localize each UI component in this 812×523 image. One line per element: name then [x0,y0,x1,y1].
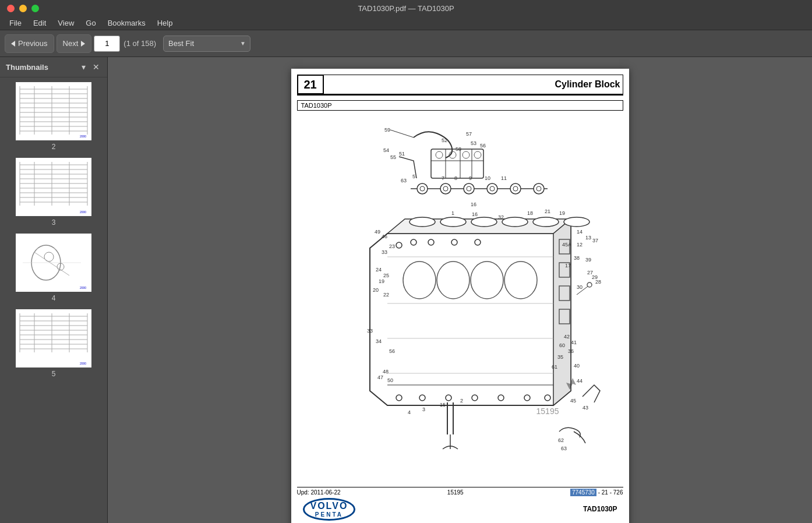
pdf-bottom-row: VOLVO PENTA TAD1030P [291,496,629,523]
svg-text:57: 57 [466,131,472,137]
svg-text:8: 8 [454,175,457,181]
svg-text:19: 19 [559,210,565,216]
svg-text:38: 38 [574,255,580,261]
maximize-button[interactable] [31,5,39,12]
svg-text:56: 56 [389,348,395,354]
page-info: (1 of 158) [123,39,156,48]
thumbnail-label: 2 [52,143,56,151]
svg-text:16: 16 [472,211,478,217]
svg-text:42: 42 [564,334,570,340]
svg-text:45: 45 [570,398,576,404]
minimize-button[interactable] [19,5,27,12]
svg-point-100 [440,217,466,227]
thumbnail-label: 5 [52,370,56,378]
svg-text:48: 48 [383,369,389,374]
svg-text:33: 33 [382,249,387,255]
cylinder-block-diagram: 59 57 58 52 53 56 [297,117,623,484]
svg-text:15195: 15195 [536,407,559,416]
thumbnail-item[interactable]: 2000 2 [2,82,105,151]
menu-go[interactable]: Go [81,17,100,29]
content-area[interactable]: 21 Cylinder Block TAD1030P 59 57 58 [108,57,812,523]
svg-point-82 [487,183,497,194]
svg-text:7: 7 [442,175,444,181]
svg-text:2000: 2000 [80,210,86,214]
svg-text:53: 53 [471,140,476,146]
menu-help[interactable]: Help [153,17,178,29]
next-button[interactable]: Next [57,34,92,53]
svg-point-86 [534,183,544,194]
svg-text:50: 50 [387,377,393,383]
svg-point-103 [533,217,559,227]
pdf-page-header: 21 Cylinder Block [297,75,623,96]
svg-point-120 [419,395,425,401]
svg-text:49: 49 [375,229,380,235]
svg-text:20: 20 [373,287,379,293]
pdf-page-number: 21 [297,75,324,94]
svg-text:40: 40 [574,363,580,369]
svg-text:45A: 45A [562,242,571,248]
thumbnail-item[interactable]: 2000 3 [2,158,105,227]
thumbnail-label: 4 [52,294,56,302]
svg-point-108 [451,239,457,245]
thumbnail-item[interactable]: 2000 5 [2,309,105,378]
previous-label: Previous [18,39,48,48]
pdf-footer-center: 15195 [447,489,464,496]
zoom-select[interactable]: Best Fit Fit Width Fit Page 50% 75% 100%… [163,36,250,52]
svg-text:46: 46 [382,234,387,239]
sidebar-title: Thumbnails [6,63,48,72]
svg-text:28: 28 [595,279,601,285]
thumbnails-scroll[interactable]: 2000 2 [0,77,107,523]
thumbnail-image: 2000 [16,309,91,367]
svg-text:23: 23 [389,243,395,249]
sidebar-close-button[interactable]: ✕ [91,62,101,72]
previous-arrow-icon [11,41,15,47]
sidebar-collapse-button[interactable]: ▾ [80,62,87,72]
volvo-text: VOLVO [310,501,348,511]
page-input[interactable] [94,36,120,52]
svg-text:14: 14 [577,229,582,235]
svg-point-123 [498,395,504,401]
svg-point-107 [428,239,434,245]
pdf-page-title: Cylinder Block [324,75,623,94]
previous-button[interactable]: Previous [5,34,54,53]
svg-point-80 [464,183,474,194]
thumb-svg-3: 2000 [17,159,90,215]
svg-text:41: 41 [571,340,577,345]
svg-text:24: 24 [376,267,382,273]
menu-view[interactable]: View [53,17,79,29]
close-button[interactable] [7,5,15,12]
svg-text:12: 12 [577,242,582,248]
toolbar: Previous Next (1 of 158) Best Fit Fit Wi… [0,30,812,57]
svg-text:2000: 2000 [80,135,86,138]
titlebar: TAD1030P.pdf — TAD1030P [0,0,812,16]
sidebar: Thumbnails ▾ ✕ [0,57,108,523]
svg-text:32: 32 [498,214,504,220]
pdf-page: 21 Cylinder Block TAD1030P 59 57 58 [291,69,629,523]
svg-point-122 [472,395,478,401]
svg-text:18: 18 [527,210,533,216]
traffic-lights [7,5,39,12]
menu-bookmarks[interactable]: Bookmarks [103,17,150,29]
menu-file[interactable]: File [5,17,26,29]
pdf-footer-highlighted: 7745730 [570,489,596,496]
svg-text:52: 52 [442,137,447,143]
menu-edit[interactable]: Edit [29,17,51,29]
svg-point-105 [396,242,402,248]
svg-text:11: 11 [501,175,507,181]
thumbnails-label: Thumbnails [6,63,48,72]
pdf-footer-right: 7745730 - 21 - 726 [570,489,623,496]
svg-text:63: 63 [561,446,567,451]
svg-text:44: 44 [577,378,582,384]
next-label: Next [63,39,79,48]
svg-point-102 [502,217,528,227]
svg-point-121 [446,395,451,401]
svg-text:2: 2 [460,398,463,404]
svg-text:37: 37 [592,238,598,243]
thumbnail-image: 2000 [16,158,91,216]
svg-text:63: 63 [401,178,407,183]
svg-text:1: 1 [451,210,454,216]
pdf-diagram: 59 57 58 52 53 56 [297,114,623,487]
thumbnail-item[interactable]: 2000 4 [2,234,105,302]
svg-text:51: 51 [399,151,405,157]
thumbnail-image: 2000 [16,82,91,140]
